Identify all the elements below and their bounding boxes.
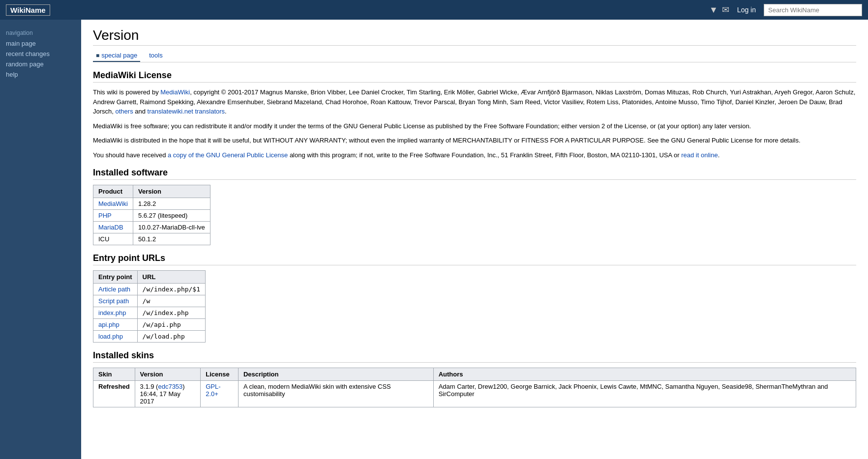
tab-special-page[interactable]: ■ special page <box>93 50 140 62</box>
entry-url: /w/api.php <box>137 319 205 331</box>
entry-point-link[interactable]: Article path <box>98 286 130 293</box>
entry-url: /w <box>137 295 205 307</box>
entry-point-link[interactable]: api.php <box>98 321 120 328</box>
skin-authors: Adam Carter, Drew1200, George Barnick, J… <box>433 381 856 407</box>
col-skin: Skin <box>93 368 135 381</box>
license-para2: MediaWiki is free software; you can redi… <box>93 121 856 131</box>
skin-version-link[interactable]: edc7353 <box>158 383 182 390</box>
skin-version: 3.1.9 (edc7353)16:44, 17 May 2017 <box>135 381 201 407</box>
tab-special-page-label: special page <box>101 52 137 59</box>
skin-license[interactable]: GPL-2.0+ <box>201 381 239 407</box>
sidebar-item-recent-changes[interactable]: recent changes <box>0 49 81 59</box>
software-version: 10.0.27-MariaDB-cll-lve <box>133 222 210 233</box>
table-row: Script path/w <box>93 295 206 307</box>
installed-software-table: Product Version MediaWiki1.28.2PHP5.6.27… <box>93 185 210 245</box>
col-license: License <box>201 368 239 381</box>
sidebar: navigation main page recent changes rand… <box>0 20 81 459</box>
tab-tools[interactable]: tools <box>146 50 165 62</box>
table-row: MediaWiki1.28.2 <box>93 198 210 210</box>
col-version: Version <box>133 185 210 198</box>
entry-point-link[interactable]: load.php <box>98 333 123 340</box>
special-page-icon: ■ <box>96 52 99 59</box>
skin-description: A clean, modern MediaWiki skin with exte… <box>238 381 433 407</box>
table-row: Article path/w/index.php/$1 <box>93 284 206 295</box>
sidebar-item-random-page[interactable]: random page <box>0 59 81 69</box>
software-product-link[interactable]: PHP <box>98 212 112 219</box>
software-version: 1.28.2 <box>133 198 210 210</box>
entry-url: /w/index.php/$1 <box>137 284 205 295</box>
col-url: URL <box>137 271 205 284</box>
software-product-link[interactable]: MariaDB <box>98 224 123 231</box>
table-row: api.php/w/api.php <box>93 319 206 331</box>
installed-skins-table: Skin Version License Description Authors… <box>93 368 856 407</box>
col-entry-point: Entry point <box>93 271 138 284</box>
entry-url: /w/load.php <box>137 331 205 343</box>
site-title[interactable]: WikiName <box>6 4 50 16</box>
sidebar-section-navigation: navigation <box>0 26 81 38</box>
page-title: Version <box>93 28 856 46</box>
mediawiki-link[interactable]: MediaWiki <box>160 88 190 96</box>
license-link[interactable]: GPL-2.0+ <box>206 383 220 398</box>
license-section-title: MediaWiki License <box>93 70 856 83</box>
col-product: Product <box>93 185 133 198</box>
table-row: MariaDB10.0.27-MariaDB-cll-lve <box>93 222 210 233</box>
license-para4: You should have received a copy of the G… <box>93 150 856 160</box>
topbar-mail-icon: ✉ <box>722 4 729 15</box>
topbar-dropdown-icon[interactable]: ▼ <box>709 5 718 15</box>
skin-name: Refreshed <box>93 381 135 407</box>
table-row: PHP5.6.27 (litespeed) <box>93 210 210 222</box>
col-authors: Authors <box>433 368 856 381</box>
table-row: Refreshed3.1.9 (edc7353)16:44, 17 May 20… <box>93 381 856 407</box>
tab-tools-label: tools <box>149 52 162 59</box>
license-para1: This wiki is powered by MediaWiki, copyr… <box>93 87 856 116</box>
login-button[interactable]: Log in <box>733 6 760 14</box>
others-link[interactable]: others <box>116 108 133 115</box>
page-tabs: ■ special page tools <box>93 50 856 62</box>
software-version: 50.1.2 <box>133 233 210 245</box>
entry-point-link[interactable]: index.php <box>98 309 126 316</box>
search-input[interactable] <box>764 4 862 16</box>
sidebar-item-help[interactable]: help <box>0 69 81 80</box>
read-online-link[interactable]: read it online <box>681 151 718 159</box>
gpl-copy-link[interactable]: a copy of the GNU General Public License <box>168 151 288 159</box>
entry-url: /w/index.php <box>137 307 205 319</box>
software-product-link[interactable]: MediaWiki <box>98 200 128 207</box>
col-description: Description <box>238 368 433 381</box>
installed-skins-title: Installed skins <box>93 350 856 363</box>
license-para3: MediaWiki is distributed in the hope tha… <box>93 136 856 145</box>
translatewiki-link[interactable]: translatewiki.net translators <box>148 108 225 115</box>
col-skin-version: Version <box>135 368 201 381</box>
topbar: WikiName ▼ ✉ Log in <box>0 0 868 20</box>
entry-point-table: Entry point URL Article path/w/index.php… <box>93 270 206 343</box>
software-version: 5.6.27 (litespeed) <box>133 210 210 222</box>
table-row: index.php/w/index.php <box>93 307 206 319</box>
layout: navigation main page recent changes rand… <box>0 20 868 459</box>
sidebar-item-main-page[interactable]: main page <box>0 38 81 49</box>
installed-software-title: Installed software <box>93 168 856 180</box>
entry-point-link[interactable]: Script path <box>98 297 129 305</box>
software-product: ICU <box>93 233 133 245</box>
table-row: load.php/w/load.php <box>93 331 206 343</box>
main-content: Version ■ special page tools MediaWiki L… <box>81 20 868 459</box>
table-row: ICU50.1.2 <box>93 233 210 245</box>
entry-point-title: Entry point URLs <box>93 253 856 265</box>
